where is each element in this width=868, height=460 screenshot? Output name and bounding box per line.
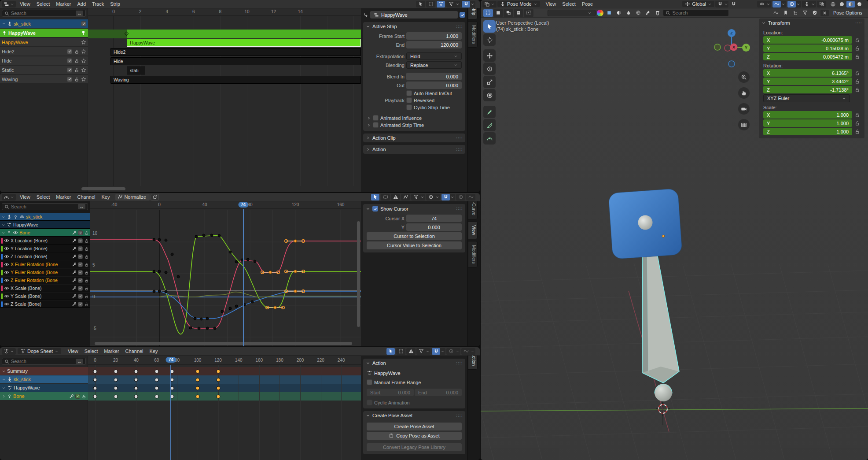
keyframe-point[interactable] xyxy=(158,238,161,241)
animated-strip-time-checkbox[interactable] xyxy=(373,122,379,128)
keyframe-point[interactable] xyxy=(158,270,161,273)
animated-influence-checkbox[interactable] xyxy=(373,115,379,121)
dope-mode-dropdown[interactable]: Dope Sheet xyxy=(18,348,61,354)
snap-magnet-dropdown-arrow[interactable] xyxy=(470,1,475,7)
keyframe-point[interactable] xyxy=(198,327,200,330)
dope-channel-happywave[interactable]: HappyWave xyxy=(0,384,88,392)
keyframe-point[interactable] xyxy=(153,270,155,273)
menu-select[interactable]: Select xyxy=(81,348,101,354)
select-mode-3[interactable] xyxy=(514,9,523,17)
rotation-mode-dropdown[interactable]: XYZ Euler xyxy=(763,94,850,102)
pan-button[interactable] xyxy=(738,87,750,99)
keyframe[interactable] xyxy=(154,395,158,399)
keying-dot-dropdown-arrow[interactable] xyxy=(455,348,460,355)
keyframe[interactable] xyxy=(154,370,158,374)
falloff-curve-button[interactable] xyxy=(772,10,780,16)
navigation-gizmo[interactable]: XYZ xyxy=(714,24,762,73)
keyframe-point[interactable] xyxy=(202,234,205,237)
keyframe-point[interactable] xyxy=(251,300,254,303)
end-frame-field[interactable]: End0.000 xyxy=(415,389,462,396)
channel-enable-checkbox[interactable] xyxy=(78,230,83,235)
keyframe-point-selected[interactable] xyxy=(269,271,272,274)
graph-channel-z-scale-bone-[interactable]: Z Scale (Bone) xyxy=(0,300,90,308)
menu-view[interactable]: View xyxy=(17,1,33,7)
keyframe[interactable] xyxy=(93,370,97,374)
filter-funnel-button[interactable] xyxy=(412,194,420,200)
keyframe-selected[interactable] xyxy=(196,370,200,374)
snap-magnet-button[interactable] xyxy=(432,348,440,355)
channel-enable-checkbox[interactable] xyxy=(78,238,83,243)
warning-button[interactable] xyxy=(391,194,400,200)
interp-wave-button[interactable] xyxy=(462,348,470,355)
channel-enable-checkbox[interactable] xyxy=(75,394,80,399)
select-mode-4[interactable] xyxy=(524,9,533,17)
pivot-dot-dropdown-arrow[interactable] xyxy=(435,194,440,200)
box-select-button[interactable] xyxy=(397,348,405,355)
rotation-z-field[interactable]: Z-1.7138° xyxy=(763,86,852,93)
keyframe[interactable] xyxy=(93,386,97,390)
shading-material-preview[interactable] xyxy=(846,1,855,7)
menu-view[interactable]: View xyxy=(17,194,33,200)
nla-editor-type-button[interactable] xyxy=(2,1,16,7)
graph-channel-y-euler-rotation-bone-[interactable]: Y Euler Rotation (Bone) xyxy=(0,269,90,276)
graph-channel-x-location-bone-[interactable]: X Location (Bone) xyxy=(0,237,90,245)
filter-funnel-button[interactable] xyxy=(447,1,455,7)
warning-button[interactable] xyxy=(407,348,415,355)
graph-channel-y-scale-bone-[interactable]: Y Scale (Bone) xyxy=(0,293,90,300)
snap-magnet-dropdown-arrow[interactable] xyxy=(450,194,455,200)
keyframe[interactable] xyxy=(114,395,118,399)
keyframe-point[interactable] xyxy=(221,310,224,313)
action-button[interactable] xyxy=(437,1,445,7)
sidebar-tab-modifiers[interactable]: Modifiers xyxy=(468,21,478,48)
filter-toggle-button[interactable]: ↔ xyxy=(76,359,83,364)
tool-select-box[interactable] xyxy=(483,20,496,33)
scale-x-field[interactable]: X1.000 xyxy=(763,111,852,119)
rotation-y-field[interactable]: Y3.4442° xyxy=(763,78,852,85)
scale-y-lock[interactable] xyxy=(854,120,860,126)
shading-solid[interactable] xyxy=(838,1,846,7)
cyclic-animation-checkbox[interactable] xyxy=(367,400,372,405)
channel-enable-checkbox[interactable] xyxy=(78,262,83,267)
sidebar-tab-view[interactable]: View xyxy=(468,221,478,239)
tool-toggle-2[interactable] xyxy=(624,10,633,16)
channel-enable-checkbox[interactable] xyxy=(78,302,83,307)
keyframe-point[interactable] xyxy=(218,234,221,237)
menu-channel[interactable]: Channel xyxy=(74,194,98,200)
keyframe[interactable] xyxy=(93,395,97,399)
blend-in-field[interactable]: 0.000 xyxy=(406,73,462,80)
nla-track-hide2[interactable]: Hide2 xyxy=(0,47,88,56)
channel-enable-checkbox[interactable] xyxy=(78,286,83,291)
sidebar-tab-modifiers[interactable]: Modifiers xyxy=(468,241,478,268)
animate-property-icon[interactable] xyxy=(363,12,368,18)
panel-grip[interactable]: ∷∷ xyxy=(456,24,463,29)
nla-horizontal-scrollbar[interactable] xyxy=(81,187,125,190)
nla-search-input[interactable]: Search↔ xyxy=(2,10,86,17)
snap-magnet-dropdown-arrow[interactable] xyxy=(440,348,445,355)
start-frame-field[interactable]: Start0.000 xyxy=(367,389,414,396)
graph-search-input[interactable]: Search↔ xyxy=(2,203,88,210)
keyframe[interactable] xyxy=(154,386,158,390)
track-enable-checkbox[interactable] xyxy=(67,49,72,54)
normalize-refresh-button[interactable] xyxy=(151,194,159,200)
graph-editor-type-button[interactable] xyxy=(2,194,16,200)
viewport-search-input[interactable]: Search xyxy=(663,9,729,16)
snap-magnet-button[interactable] xyxy=(462,1,470,7)
keyframe-point[interactable] xyxy=(200,318,202,320)
channel-enable-checkbox[interactable] xyxy=(78,246,83,251)
keyframe-point[interactable] xyxy=(195,235,198,238)
menu-select[interactable]: Select xyxy=(559,1,579,7)
graph-channel-y-location-bone-[interactable]: Y Location (Bone) xyxy=(0,245,90,252)
rotation-z-lock[interactable] xyxy=(854,87,860,93)
track-enable-checkbox[interactable] xyxy=(67,77,72,82)
tool-pose-breakdowner[interactable] xyxy=(483,132,496,145)
menu-track[interactable]: Track xyxy=(89,1,107,7)
keyframe-point[interactable] xyxy=(158,290,161,293)
armature-dropdown-arrow[interactable] xyxy=(811,1,816,7)
tool-rotate[interactable] xyxy=(483,63,496,75)
show-cursor-checkbox[interactable] xyxy=(372,206,378,211)
menu-marker[interactable]: Marker xyxy=(101,348,122,354)
graph-channel-x-scale-bone-[interactable]: X Scale (Bone) xyxy=(0,285,90,292)
keyframe-point[interactable] xyxy=(235,260,238,263)
keyframe-point[interactable] xyxy=(171,253,173,256)
filter-funnel-dropdown-arrow[interactable] xyxy=(420,194,425,200)
